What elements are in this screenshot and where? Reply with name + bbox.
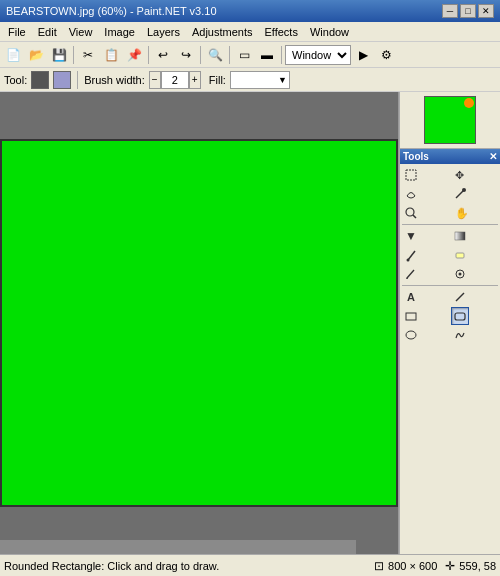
menu-layers[interactable]: Layers — [141, 24, 186, 40]
reselect-button[interactable]: ▬ — [256, 44, 278, 66]
svg-rect-0 — [406, 170, 416, 180]
tool-sep2 — [402, 285, 498, 286]
title-bar-buttons: ─ □ ✕ — [442, 4, 494, 18]
copy-button[interactable]: 📋 — [100, 44, 122, 66]
status-bar: Rounded Rectangle: Click and drag to dra… — [0, 554, 500, 576]
undo-button[interactable]: ↩ — [152, 44, 174, 66]
tool-freeform[interactable] — [451, 326, 469, 344]
tb-sep2 — [148, 46, 149, 64]
tool-clone-stamp[interactable] — [451, 265, 469, 283]
menu-file[interactable]: File — [2, 24, 32, 40]
thumbnail-panel — [399, 92, 500, 149]
text-icon: A — [404, 290, 418, 304]
tools-title-text: Tools — [403, 151, 429, 162]
tool-magic-wand[interactable] — [451, 185, 469, 203]
tool-sep1 — [402, 224, 498, 225]
eraser-icon — [453, 248, 467, 262]
status-pos-icon: ✛ — [445, 559, 455, 573]
tool-move[interactable]: ✥ — [451, 166, 469, 184]
tool-options-bar: Tool: Brush width: − 2 + Fill: ▼ — [0, 68, 500, 92]
tool-text[interactable]: A — [402, 288, 420, 306]
rectangle-select-icon — [404, 168, 418, 182]
freeform-icon — [453, 328, 467, 342]
right-panel: Tools ✕ ✥ — [398, 92, 500, 554]
brush-width-increase[interactable]: + — [189, 71, 201, 89]
tool-paintbrush[interactable] — [402, 246, 420, 264]
canvas[interactable] — [0, 139, 398, 507]
menu-bar: File Edit View Image Layers Adjustments … — [0, 22, 500, 42]
gradient-icon — [453, 229, 467, 243]
redo-button[interactable]: ↪ — [175, 44, 197, 66]
line-icon — [453, 290, 467, 304]
menu-view[interactable]: View — [63, 24, 99, 40]
tool-gradient[interactable] — [451, 227, 469, 245]
paste-button[interactable]: 📌 — [123, 44, 145, 66]
tb-sep5 — [281, 46, 282, 64]
secondary-color-swatch[interactable] — [53, 71, 71, 89]
fill-label: Fill: — [209, 74, 226, 86]
tool-zoom[interactable] — [402, 204, 420, 222]
tool-line[interactable] — [451, 288, 469, 306]
tool-pencil[interactable] — [402, 265, 420, 283]
tools-panel: Tools ✕ ✥ — [399, 149, 500, 554]
title-text: BEARSTOWN.jpg (60%) - Paint.NET v3.10 — [6, 5, 217, 17]
thumbnail-marker — [464, 98, 474, 108]
zoom-out-button[interactable]: 🔍 — [204, 44, 226, 66]
to-sep1 — [77, 71, 78, 89]
primary-color-swatch[interactable] — [31, 71, 49, 89]
deselect-button[interactable]: ▭ — [233, 44, 255, 66]
tb-more-button[interactable]: ▶ — [352, 44, 374, 66]
tools-panel-title: Tools ✕ — [400, 149, 500, 164]
move-icon: ✥ — [453, 168, 467, 182]
shapes-icon — [404, 309, 418, 323]
svg-line-17 — [456, 293, 464, 301]
svg-text:✥: ✥ — [455, 169, 464, 181]
close-button[interactable]: ✕ — [478, 4, 494, 18]
window-dropdown[interactable]: Window — [285, 45, 351, 65]
menu-window[interactable]: Window — [304, 24, 355, 40]
title-bar: BEARSTOWN.jpg (60%) - Paint.NET v3.10 ─ … — [0, 0, 500, 22]
maximize-button[interactable]: □ — [460, 4, 476, 18]
svg-point-20 — [406, 331, 416, 339]
magic-wand-icon — [453, 187, 467, 201]
brush-width-input[interactable]: 2 — [161, 71, 189, 89]
svg-text:▼: ▼ — [405, 229, 417, 243]
minimize-button[interactable]: ─ — [442, 4, 458, 18]
save-button[interactable]: 💾 — [48, 44, 70, 66]
brush-width-decrease[interactable]: − — [149, 71, 161, 89]
svg-rect-11 — [456, 253, 464, 258]
open-button[interactable]: 📂 — [25, 44, 47, 66]
tb-sep1 — [73, 46, 74, 64]
menu-image[interactable]: Image — [98, 24, 141, 40]
menu-effects[interactable]: Effects — [259, 24, 304, 40]
tb-options-button[interactable]: ⚙ — [375, 44, 397, 66]
menu-edit[interactable]: Edit — [32, 24, 63, 40]
pencil-icon — [404, 267, 418, 281]
cut-button[interactable]: ✂ — [77, 44, 99, 66]
lasso-icon — [404, 187, 418, 201]
status-message: Rounded Rectangle: Click and drag to dra… — [4, 560, 370, 572]
tb-sep4 — [229, 46, 230, 64]
new-button[interactable]: 📄 — [2, 44, 24, 66]
tool-pan[interactable]: ✋ — [451, 204, 469, 222]
tools-close-button[interactable]: ✕ — [489, 151, 497, 162]
menu-adjustments[interactable]: Adjustments — [186, 24, 259, 40]
tool-rounded-rect[interactable] — [451, 307, 469, 325]
svg-rect-18 — [406, 313, 416, 320]
tool-label: Tool: — [4, 74, 27, 86]
svg-line-12 — [407, 270, 414, 278]
svg-rect-8 — [455, 232, 465, 240]
tool-rectangle-select[interactable] — [402, 166, 420, 184]
tool-lasso[interactable] — [402, 185, 420, 203]
tool-paintbucket[interactable]: ▼ — [402, 227, 420, 245]
svg-text:A: A — [407, 291, 415, 303]
svg-point-4 — [406, 208, 414, 216]
canvas-scrollbar[interactable] — [0, 540, 356, 554]
svg-text:✋: ✋ — [455, 206, 467, 220]
tool-shapes[interactable] — [402, 307, 420, 325]
tool-eraser[interactable] — [451, 246, 469, 264]
tool-ellipse[interactable] — [402, 326, 420, 344]
svg-point-3 — [462, 188, 466, 192]
rounded-rect-icon — [453, 309, 467, 323]
fill-selector[interactable]: ▼ — [230, 71, 290, 89]
